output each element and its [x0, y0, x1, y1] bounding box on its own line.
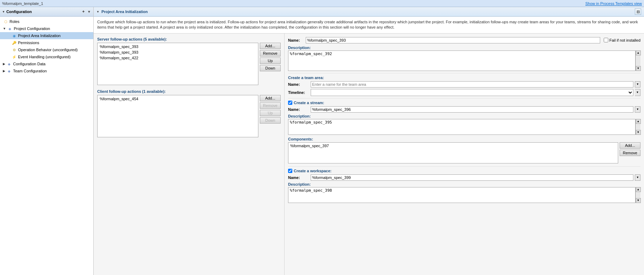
create-workspace-checkbox-row: Create a workspace: — [288, 169, 640, 173]
client-followup-list[interactable]: %formalpm_spec_454 — [97, 95, 258, 137]
client-followup-section: Client follow-up actions (1 available): … — [97, 89, 281, 137]
workspace-name-input[interactable] — [311, 174, 633, 181]
sidebar-item-project-area-init[interactable]: ◉ Project Area Initialization — [0, 32, 93, 39]
sidebar-item-permissions[interactable]: 🔑 Permissions — [0, 39, 93, 46]
team-name-row: Name: ▼ — [288, 81, 640, 88]
server-followup-box: %formalpm_spec_393 %formalpm_spec_393 %f… — [97, 43, 281, 85]
components-box: %formalpm_spec_397 Add... Remove — [288, 142, 640, 163]
components-list[interactable]: %formalpm_spec_397 — [288, 142, 618, 163]
description-section: Description: %formalpm_spec_392 ▲ ▼ — [288, 46, 640, 71]
sidebar-icon-add[interactable]: ✦ — [81, 8, 86, 15]
expand-icon: ▼ — [3, 27, 6, 30]
sidebar-item-roles[interactable]: ⬡ Roles — [0, 18, 93, 25]
workspace-description-textarea[interactable]: %formalpm_spec_398 — [288, 187, 636, 203]
workspace-scroll-down-btn[interactable]: ▼ — [636, 198, 641, 203]
event-icon: ⚡ — [11, 54, 17, 60]
stream-desc-scrollbar[interactable]: ▲ ▼ — [636, 119, 640, 135]
config-data-icon: ◈ — [6, 61, 12, 67]
team-config-icon: ◈ — [6, 68, 12, 74]
workspace-desc-scrollbar[interactable]: ▲ ▼ — [636, 187, 640, 203]
server-followup-list[interactable]: %formalpm_spec_393 %formalpm_spec_393 %f… — [97, 43, 258, 85]
sidebar-item-event-handling[interactable]: ⚡ Event Handling (unconfigured) — [0, 53, 93, 60]
workspace-scroll-up-btn[interactable]: ▲ — [636, 187, 641, 192]
stream-desc-wrapper: %formalpm_spec_395 ▲ ▼ — [288, 119, 640, 135]
name-label: Name: — [288, 38, 306, 42]
server-up-button[interactable]: Up — [260, 58, 281, 64]
workspace-name-dropdown-btn[interactable]: ▼ — [635, 174, 640, 181]
client-up-button[interactable]: Up — [260, 110, 281, 116]
top-bar-title: %formalpm_template_1 — [2, 1, 43, 6]
stream-scroll-down-btn[interactable]: ▼ — [636, 130, 641, 135]
project-config-icon: ◈ — [7, 26, 13, 31]
components-add-btn[interactable]: Add... — [620, 142, 640, 149]
create-workspace-checkbox[interactable] — [288, 169, 292, 173]
client-followup-item-0[interactable]: %formalpm_spec_454 — [98, 96, 257, 102]
sidebar-icon-menu[interactable]: ▾ — [87, 8, 91, 15]
fail-checkbox[interactable] — [604, 38, 608, 42]
desc-label: Description: — [288, 46, 640, 50]
section-header-right: ⊟ — [635, 8, 641, 15]
server-remove-button[interactable]: Remove — [260, 50, 281, 56]
stream-name-row: Name: ▼ — [288, 106, 640, 113]
timeline-dropdown-btn[interactable]: ▼ — [635, 89, 640, 96]
sidebar-item-operation-behavior[interactable]: ⚙ Operation Behavior (unconfigured) — [0, 46, 93, 53]
server-followup-label: Server follow-up actions (5 available): — [97, 37, 281, 41]
sidebar-header: ▼ Configuration ✦ ▾ — [0, 7, 93, 17]
server-followup-item-1[interactable]: %formalpm_spec_393 — [98, 49, 257, 55]
workspace-name-label: Name: — [288, 175, 309, 180]
section-expand-icon[interactable]: ▼ — [96, 10, 99, 13]
stream-name-dropdown-btn[interactable]: ▼ — [635, 106, 640, 113]
show-in-process-templates-link[interactable]: Show in Process Templates view — [585, 1, 642, 6]
sidebar-header-title: ▼ Configuration — [2, 10, 32, 14]
server-followup-item-0[interactable]: %formalpm_spec_393 — [98, 44, 257, 49]
stream-desc-section: Description: %formalpm_spec_395 ▲ ▼ — [288, 114, 640, 135]
server-down-button[interactable]: Down — [260, 65, 281, 71]
workspace-name-row: Name: ▼ — [288, 174, 640, 181]
desc-area-wrapper: %formalpm_spec_392 ▲ ▼ — [288, 50, 640, 71]
two-col: Server follow-up actions (5 available): … — [94, 34, 644, 275]
name-input[interactable] — [306, 37, 600, 43]
team-name-input[interactable] — [311, 81, 633, 88]
server-followup-item-2[interactable]: %formalpm_spec_422 — [98, 55, 257, 61]
create-stream-checkbox[interactable] — [288, 101, 292, 105]
timeline-label: Timeline: — [288, 90, 309, 95]
client-remove-button[interactable]: Remove — [260, 102, 281, 109]
component-item-0[interactable]: %formalpm_spec_397 — [289, 143, 617, 148]
stream-description-textarea[interactable]: %formalpm_spec_395 — [288, 119, 636, 135]
stream-scroll-up-btn[interactable]: ▲ — [636, 119, 641, 124]
scroll-up-btn[interactable]: ▲ — [636, 50, 641, 55]
create-stream-section: Create a stream: Name: ▼ Description: %f… — [288, 98, 640, 163]
scroll-down-btn[interactable]: ▼ — [636, 66, 641, 71]
create-stream-label: Create a stream: — [294, 101, 324, 105]
sidebar-collapse-icon[interactable]: ▼ — [2, 10, 5, 13]
client-followup-box: %formalpm_spec_454 Add... Remove Up Down — [97, 95, 281, 137]
sidebar: ▼ Configuration ✦ ▾ ⬡ Roles ▼ ◈ Project … — [0, 7, 94, 275]
sidebar-header-icons: ✦ ▾ — [81, 8, 91, 15]
create-workspace-label: Create a workspace: — [294, 169, 332, 173]
workspace-desc-section: Description: %formalpm_spec_398 ▲ ▼ — [288, 182, 640, 203]
section-icon-btn[interactable]: ⊟ — [635, 8, 641, 15]
name-fail-row: Name: Fail if not installed — [288, 37, 640, 43]
sidebar-item-project-config[interactable]: ▼ ◈ Project Configuration — [0, 25, 93, 32]
project-area-init-icon: ◉ — [11, 33, 17, 38]
workspace-desc-wrapper: %formalpm_spec_398 ▲ ▼ — [288, 187, 640, 203]
server-add-button[interactable]: Add... — [260, 43, 281, 49]
timeline-select[interactable] — [311, 89, 633, 96]
roles-icon: ⬡ — [3, 19, 8, 24]
team-name-dropdown-btn[interactable]: ▼ — [635, 81, 640, 88]
components-section: Components: %formalpm_spec_397 Add... Re… — [288, 137, 640, 163]
client-add-button[interactable]: Add... — [260, 95, 281, 101]
client-followup-buttons: Add... Remove Up Down — [260, 95, 281, 137]
desc-scrollbar[interactable]: ▲ ▼ — [636, 50, 640, 71]
client-followup-label: Client follow-up actions (1 available): — [97, 89, 281, 94]
sidebar-item-team-config[interactable]: ▶ ◈ Team Configuration — [0, 67, 93, 74]
components-remove-btn[interactable]: Remove — [620, 150, 640, 156]
create-stream-checkbox-row: Create a stream: — [288, 101, 640, 105]
stream-name-input[interactable] — [311, 106, 633, 113]
fail-label: Fail if not installed — [609, 38, 640, 42]
expand-icon-config: ▶ — [3, 62, 5, 66]
description-textarea[interactable]: %formalpm_spec_392 — [288, 50, 636, 71]
client-down-button[interactable]: Down — [260, 117, 281, 124]
sidebar-tree: ⬡ Roles ▼ ◈ Project Configuration ◉ Proj… — [0, 17, 93, 76]
sidebar-item-config-data[interactable]: ▶ ◈ Configuration Data — [0, 60, 93, 67]
